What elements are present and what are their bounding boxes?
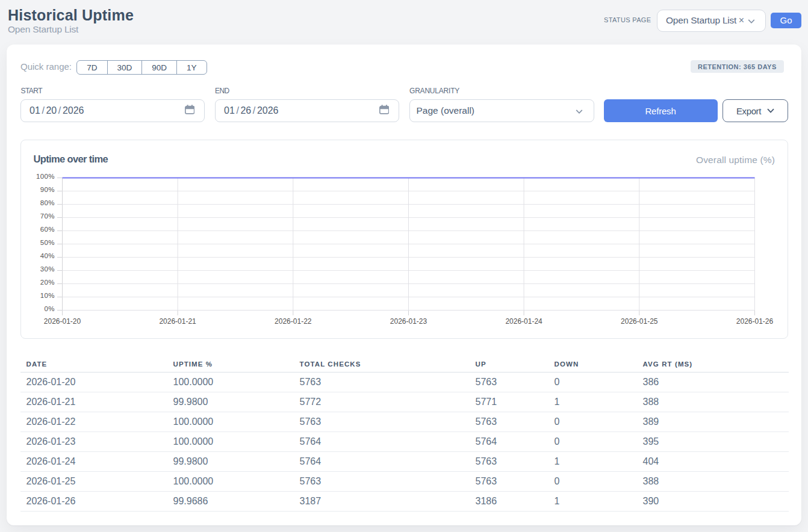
svg-text:100%: 100% [36,173,55,180]
svg-text:0%: 0% [45,305,55,312]
svg-text:2026-01-20: 2026-01-20 [44,317,81,326]
svg-text:60%: 60% [40,226,55,233]
svg-text:2026-01-23: 2026-01-23 [390,317,427,326]
svg-text:2026-01-22: 2026-01-22 [275,317,312,326]
svg-text:50%: 50% [40,239,55,246]
svg-text:2026-01-25: 2026-01-25 [621,317,658,326]
svg-text:70%: 70% [40,212,55,220]
svg-text:2026-01-26: 2026-01-26 [736,317,774,326]
svg-text:2026-01-24: 2026-01-24 [505,317,542,326]
svg-text:20%: 20% [40,279,55,286]
svg-text:30%: 30% [40,265,55,273]
svg-text:90%: 90% [40,186,55,193]
svg-text:80%: 80% [40,199,55,206]
svg-text:10%: 10% [40,292,55,299]
svg-text:40%: 40% [40,252,55,259]
svg-text:2026-01-21: 2026-01-21 [159,317,196,326]
